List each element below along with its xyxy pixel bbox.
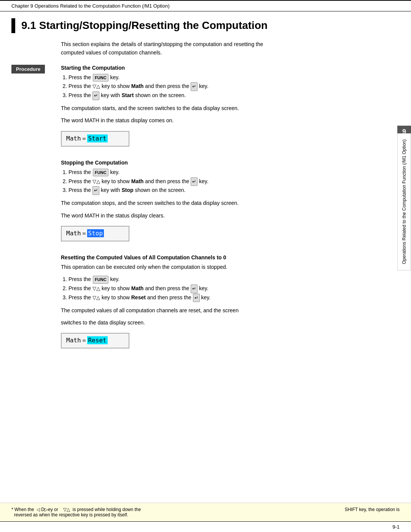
- footer-asterisk: * When the ◁ D▷ey or ▽△ is pressed while…: [11, 507, 141, 512]
- stopping-heading: Stopping the Computation: [61, 160, 369, 166]
- func-key-3: FUNC: [93, 276, 108, 284]
- stopping-note2: The word MATH in the status display clea…: [61, 211, 369, 220]
- starting-steps: Press the FUNC key. Press the ▽△ key to …: [68, 73, 369, 100]
- resetting-heading: Resetting the Computed Values of All Com…: [61, 254, 369, 260]
- nav-sym-3: ▽△: [92, 286, 100, 291]
- math-bold-1: Math: [131, 83, 144, 89]
- math-start-screen: Math＝Start: [61, 131, 129, 147]
- stopping-steps: Press the FUNC key. Press the ▽△ key to …: [68, 168, 369, 195]
- stop-highlight: Stop: [87, 229, 104, 237]
- left-label: Procedure: [11, 65, 61, 362]
- nav-sym-2: ▽△: [92, 179, 100, 184]
- step3-text: Press the ↵ key with Start shown on the …: [68, 92, 186, 98]
- start-bold: Start: [121, 92, 134, 98]
- stop-step2-text: Press the ▽△ key to show Math and then p…: [68, 178, 209, 184]
- intro-line1: This section explains the details of sta…: [61, 41, 263, 47]
- reset-step3-text: Press the ▽△ key to show Reset and then …: [68, 294, 210, 300]
- math-label-start: Math＝: [66, 135, 87, 142]
- enter-key-3: ↵: [191, 177, 198, 186]
- stop-bold: Stop: [121, 187, 133, 193]
- resetting-step3: Press the ▽△ key to show Reset and then …: [68, 293, 369, 302]
- resetting-step1: Press the FUNC key.: [68, 275, 369, 284]
- starting-note1: The computation starts, and the screen s…: [61, 104, 369, 112]
- stopping-step2: Press the ▽△ key to show Math and then p…: [68, 177, 369, 186]
- procedure-label: Procedure: [11, 65, 45, 73]
- content-area: Procedure Starting the Computation Press…: [11, 65, 400, 362]
- footer-reversed: reversed as when the respective key is p…: [11, 512, 128, 518]
- enter-key-4: ↵: [92, 186, 99, 195]
- nav-sym-1: ▽△: [92, 83, 100, 89]
- nav-sym-4: ▽△: [92, 295, 100, 300]
- footer-note: * When the ◁ D▷ey or ▽△ is pressed while…: [0, 503, 411, 521]
- func-key-2: FUNC: [93, 169, 108, 177]
- starting-step3: Press the ↵ key with Start shown on the …: [68, 91, 369, 100]
- stopping-step1: Press the FUNC key.: [68, 168, 369, 177]
- chapter-header-text: Chapter 9 Operations Related to the Comp…: [11, 3, 170, 9]
- enter-key-1: ↵: [191, 82, 198, 91]
- math-label-stop: Math＝: [66, 230, 87, 237]
- enter-key-5: ↵: [191, 284, 198, 293]
- resetting-section: Resetting the Computed Values of All Com…: [61, 254, 369, 355]
- page-number: 9-1: [392, 524, 400, 530]
- func-key-1: FUNC: [93, 74, 108, 82]
- right-content: Starting the Computation Press the FUNC …: [61, 65, 400, 362]
- section-title: 9.1 Starting/Stopping/Resetting the Comp…: [21, 18, 268, 33]
- stopping-section: Stopping the Computation Press the FUNC …: [61, 160, 369, 248]
- step1-text: Press the FUNC key.: [68, 74, 119, 80]
- stopping-note1: The computation stops, and the screen sw…: [61, 199, 369, 207]
- resetting-steps: Press the FUNC key. Press the ▽△ key to …: [68, 275, 369, 302]
- math-reset-screen: Math＝Reset: [61, 333, 129, 348]
- math-bold-2: Math: [131, 178, 144, 184]
- stop-step1-text: Press the FUNC key.: [68, 169, 119, 175]
- page-container: Chapter 9 Operations Related to the Comp…: [0, 0, 411, 532]
- page-footer: 9-1: [0, 521, 411, 532]
- intro-text: This section explains the details of sta…: [61, 40, 327, 57]
- section-title-bar: [11, 18, 15, 33]
- math-label-reset: Math＝: [66, 337, 87, 344]
- main-content: 9.1 Starting/Stopping/Resetting the Comp…: [0, 11, 411, 503]
- enter-key-2: ↵: [92, 91, 99, 100]
- footer-note-right: SHIFT key, the operation is: [345, 507, 400, 512]
- starting-step2: Press the ▽△ key to show Math and then p…: [68, 82, 369, 91]
- chapter-header: Chapter 9 Operations Related to the Comp…: [0, 0, 411, 11]
- footer-note-left: * When the ◁ D▷ey or ▽△ is pressed while…: [11, 507, 330, 518]
- reset-highlight: Reset: [87, 336, 108, 344]
- starting-heading: Starting the Computation: [61, 65, 369, 71]
- reset-bold: Reset: [131, 294, 146, 300]
- start-highlight: Start: [87, 134, 108, 142]
- resetting-step2: Press the ▽△ key to show Math and then p…: [68, 284, 369, 293]
- starting-step1: Press the FUNC key.: [68, 73, 369, 82]
- stop-step3-text: Press the ↵ key with Stop shown on the s…: [68, 187, 185, 193]
- step2-text: Press the ▽△ key to show Math and then p…: [68, 83, 209, 89]
- sidebar-tab: Operations Related to the Computation Fu…: [397, 133, 411, 270]
- resetting-intro: This operation can be executed only when…: [61, 263, 369, 271]
- starting-note2: The word MATH in the status display come…: [61, 116, 369, 125]
- reset-step1-text: Press the FUNC key.: [68, 276, 119, 282]
- enter-key-6: ↵: [193, 294, 200, 302]
- reset-step2-text: Press the ▽△ key to show Math and then p…: [68, 285, 209, 291]
- resetting-note2: switches to the data display screen.: [61, 318, 369, 327]
- math-bold-3: Math: [131, 285, 144, 291]
- math-stop-screen: Math＝Stop: [61, 226, 129, 241]
- resetting-note1: The computed values of all computation c…: [61, 306, 369, 315]
- section-title-container: 9.1 Starting/Stopping/Resetting the Comp…: [11, 18, 400, 33]
- starting-section: Starting the Computation Press the FUNC …: [61, 65, 369, 153]
- sidebar-tab-label: Operations Related to the Computation Fu…: [400, 136, 409, 268]
- stopping-step3: Press the ↵ key with Stop shown on the s…: [68, 186, 369, 195]
- intro-line2: computed values of computation channels.: [61, 50, 162, 56]
